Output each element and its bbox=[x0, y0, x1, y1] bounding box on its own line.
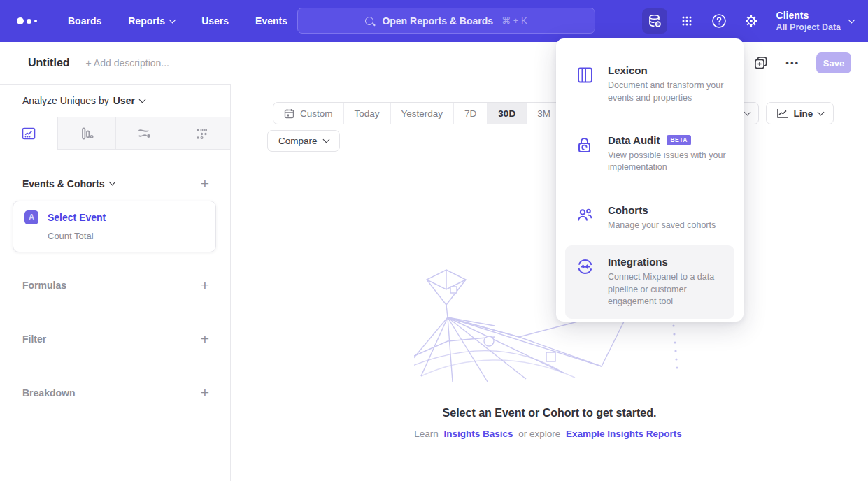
settings-gear-icon bbox=[743, 13, 760, 29]
project-selector[interactable]: Clients All Project Data bbox=[776, 10, 854, 32]
settings-button[interactable] bbox=[739, 8, 764, 34]
nav-item-users[interactable]: Users bbox=[201, 15, 229, 27]
range-label: Yesterday bbox=[401, 108, 443, 119]
data-management-dropdown: Lexicon Document and transform your even… bbox=[556, 38, 744, 322]
events-cohorts-header: Events & Cohorts + bbox=[22, 176, 209, 191]
add-breakdown-button[interactable]: + bbox=[201, 385, 209, 400]
range-today[interactable]: Today bbox=[343, 103, 390, 124]
line-chart-icon bbox=[776, 108, 788, 119]
menu-item-integrations[interactable]: Integrations Connect Mixpanel to a data … bbox=[565, 245, 734, 319]
top-nav: Boards Reports Users Events Open Reports… bbox=[0, 0, 868, 42]
range-custom[interactable]: Custom bbox=[273, 103, 343, 124]
tab-insights[interactable] bbox=[0, 117, 57, 150]
database-gear-icon bbox=[646, 13, 663, 29]
nav-item-boards[interactable]: Boards bbox=[68, 15, 101, 27]
menu-item-data-audit[interactable]: Data Audit BETA View possible issues wit… bbox=[556, 125, 744, 184]
chevron-down-icon bbox=[322, 136, 329, 143]
example-insights-reports-link[interactable]: Example Insights Reports bbox=[566, 429, 682, 439]
nav-right-cluster: Clients All Project Data bbox=[642, 0, 854, 42]
flows-icon bbox=[136, 125, 152, 142]
menu-item-title: Data Audit bbox=[608, 134, 660, 146]
range-label: 3M bbox=[537, 108, 550, 119]
calendar-icon bbox=[284, 108, 294, 119]
event-letter-badge: A bbox=[24, 210, 38, 224]
data-management-button[interactable] bbox=[642, 8, 667, 34]
apps-grid-icon bbox=[678, 13, 695, 29]
project-name: All Project Data bbox=[776, 22, 841, 32]
analyze-uniques-row: Analyze Uniques by User bbox=[0, 85, 230, 117]
menu-item-title: Cohorts bbox=[608, 204, 648, 216]
help-button[interactable] bbox=[706, 8, 732, 34]
integrations-sync-icon bbox=[576, 257, 595, 276]
chart-type-button[interactable]: Line bbox=[766, 102, 834, 124]
count-total-selector[interactable]: Count Total bbox=[48, 231, 204, 241]
menu-item-desc: Connect Mixpanel to a data pipeline or c… bbox=[608, 271, 727, 308]
insights-line-icon bbox=[20, 125, 37, 142]
event-card[interactable]: A Select Event Count Total bbox=[13, 201, 216, 252]
global-search-input[interactable]: Open Reports & Boards ⌘ + K bbox=[297, 8, 595, 34]
menu-item-title: Integrations bbox=[608, 256, 668, 268]
mixpanel-logo[interactable] bbox=[17, 17, 37, 24]
analyze-prefix: Analyze Uniques by bbox=[22, 95, 109, 106]
nav-item-label: Users bbox=[201, 15, 229, 27]
lexicon-book-icon bbox=[576, 66, 595, 85]
funnels-bars-icon bbox=[78, 125, 95, 142]
report-description-placeholder[interactable]: + Add description... bbox=[86, 57, 169, 69]
compare-button[interactable]: Compare bbox=[267, 130, 340, 152]
more-actions-button[interactable]: ••• bbox=[785, 58, 799, 69]
menu-item-lexicon[interactable]: Lexicon Document and transform your even… bbox=[556, 55, 744, 114]
formulas-label: Formulas bbox=[22, 280, 66, 291]
nav-item-events[interactable]: Events bbox=[255, 15, 287, 27]
data-audit-icon bbox=[576, 136, 593, 155]
beta-badge: BETA bbox=[667, 135, 691, 145]
help-icon bbox=[711, 13, 727, 29]
breakdown-label: Breakdown bbox=[22, 387, 75, 399]
events-cohorts-label: Events & Cohorts bbox=[22, 178, 104, 189]
range-30d-selected[interactable]: 30D bbox=[487, 103, 526, 124]
cohorts-people-icon bbox=[576, 206, 595, 224]
apps-grid-button[interactable] bbox=[674, 8, 699, 34]
range-label: 30D bbox=[498, 108, 515, 119]
insights-basics-link[interactable]: Insights Basics bbox=[443, 429, 513, 439]
empty-state-links: Learn Insights Basics or explore Example… bbox=[231, 429, 868, 439]
tab-funnels[interactable] bbox=[57, 117, 115, 150]
menu-item-cohorts[interactable]: Cohorts Manage your saved cohorts bbox=[556, 195, 744, 241]
tab-flows[interactable] bbox=[115, 117, 173, 150]
nav-item-label: Events bbox=[255, 15, 287, 27]
chevron-down-icon bbox=[818, 108, 825, 115]
select-event-button[interactable]: Select Event bbox=[48, 212, 106, 223]
menu-item-desc: Manage your saved cohorts bbox=[608, 220, 716, 232]
compare-label: Compare bbox=[278, 136, 318, 146]
org-name: Clients bbox=[776, 10, 841, 22]
nav-item-label: Boards bbox=[68, 15, 101, 27]
range-7d[interactable]: 7D bbox=[453, 103, 487, 124]
analyze-value-dropdown[interactable]: User bbox=[113, 95, 145, 106]
formulas-section: Formulas + bbox=[22, 278, 209, 292]
range-label: Custom bbox=[300, 108, 333, 119]
duplicate-report-icon[interactable] bbox=[753, 55, 769, 71]
or-explore-text: or explore bbox=[518, 429, 560, 439]
add-formula-button[interactable]: + bbox=[201, 278, 209, 292]
save-button[interactable]: Save bbox=[816, 52, 851, 73]
chevron-down-icon bbox=[169, 16, 176, 23]
retention-dots-icon bbox=[193, 125, 210, 142]
report-title[interactable]: Untitled bbox=[28, 57, 70, 69]
add-filter-button[interactable]: + bbox=[201, 331, 209, 346]
chevron-down-icon bbox=[109, 179, 116, 186]
learn-prefix: Learn bbox=[414, 429, 439, 439]
range-yesterday[interactable]: Yesterday bbox=[390, 103, 454, 124]
visualization-tabs bbox=[0, 117, 230, 150]
chevron-down-icon bbox=[744, 108, 751, 115]
events-cohorts-dropdown[interactable]: Events & Cohorts bbox=[22, 178, 115, 189]
search-icon bbox=[365, 17, 373, 25]
filter-section: Filter + bbox=[22, 331, 209, 346]
search-shortcut: ⌘ + K bbox=[501, 15, 527, 26]
add-event-button[interactable]: + bbox=[201, 176, 209, 191]
chevron-down-icon bbox=[138, 96, 145, 103]
range-label: 7D bbox=[464, 108, 476, 119]
filter-label: Filter bbox=[22, 333, 46, 345]
tab-retention[interactable] bbox=[173, 117, 230, 150]
chart-type-label: Line bbox=[794, 108, 813, 119]
nav-item-reports[interactable]: Reports bbox=[128, 15, 175, 27]
range-label: Today bbox=[355, 108, 380, 119]
